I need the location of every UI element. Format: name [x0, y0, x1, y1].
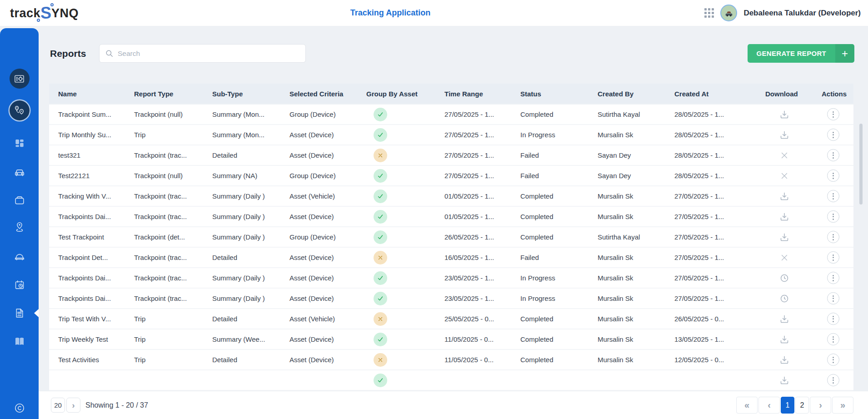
cell-time-range: 23/05/2025 - 1... — [435, 294, 511, 302]
row-actions-kebab-icon[interactable] — [827, 333, 839, 345]
table-row[interactable]: Trip Monthly Su...TripSummary (Mon...Ass… — [49, 125, 853, 145]
table-row[interactable]: Trackpoints Dai...Trackpoint (trac...Sum… — [49, 289, 853, 309]
row-actions-kebab-icon[interactable] — [827, 231, 839, 243]
page-size-expand-button[interactable]: › — [66, 398, 80, 413]
app-title: Tracking Application — [0, 0, 824, 26]
row-actions-kebab-icon[interactable] — [827, 313, 839, 325]
cell-download[interactable] — [756, 211, 813, 222]
plus-icon: + — [835, 44, 854, 63]
cell-actions[interactable] — [813, 333, 853, 345]
sidebar-item-control-panel[interactable] — [10, 69, 30, 89]
sidebar-item-reports[interactable] — [14, 307, 25, 319]
table-row[interactable]: Trackpoint Det...Trackpoint (trac...Deta… — [49, 248, 853, 268]
download-icon[interactable] — [779, 109, 790, 120]
row-actions-kebab-icon[interactable] — [827, 354, 839, 366]
cell-actions[interactable] — [813, 108, 853, 120]
cell-actions[interactable] — [813, 354, 853, 366]
sidebar-item-assets[interactable] — [14, 195, 25, 206]
sidebar-item-vehicles[interactable] — [13, 166, 25, 179]
download-icon[interactable] — [779, 314, 790, 324]
cell-created-by: Mursalin Sk — [589, 131, 665, 139]
cell-actions[interactable] — [813, 313, 853, 325]
cell-time-range: 27/05/2025 - 1... — [435, 110, 511, 118]
cell-name: Trackpoint Sum... — [49, 110, 125, 118]
cell-download[interactable] — [756, 314, 813, 324]
row-actions-kebab-icon[interactable] — [827, 292, 839, 304]
pagination-page-1[interactable]: 1 — [781, 397, 794, 414]
cell-sub-type: Summary (Mon... — [203, 110, 280, 118]
download-icon[interactable] — [779, 211, 790, 222]
sidebar-item-trips[interactable] — [10, 100, 30, 120]
cell-actions[interactable] — [813, 129, 853, 141]
cell-actions[interactable] — [813, 251, 853, 264]
cell-actions[interactable] — [813, 231, 853, 243]
cell-download[interactable] — [756, 232, 813, 243]
table-row[interactable]: Tracking With V...Trackpoint (trac...Sum… — [49, 186, 853, 207]
download-icon[interactable] — [779, 354, 790, 365]
sidebar-item-dashboard[interactable] — [14, 137, 25, 149]
cell-actions[interactable] — [813, 272, 853, 284]
row-actions-kebab-icon[interactable] — [827, 374, 839, 386]
pagination-next-button[interactable]: › — [810, 397, 831, 414]
generate-report-button[interactable]: GENERATE REPORT + — [748, 44, 854, 63]
table-row[interactable]: Test TrackpointTrackpoint (det...Summary… — [49, 227, 853, 248]
page-size-value[interactable]: 20 — [51, 398, 65, 413]
download-icon[interactable] — [779, 130, 790, 140]
cell-download[interactable] — [756, 334, 813, 345]
table-row[interactable]: Test ActivitiesTripDetailedAsset (Device… — [49, 350, 853, 370]
vertical-scrollbar[interactable] — [859, 124, 863, 205]
row-actions-kebab-icon[interactable] — [827, 129, 839, 141]
cell-time-range: 11/05/2025 - 0... — [435, 335, 511, 343]
row-actions-kebab-icon[interactable] — [827, 210, 839, 223]
cell-report-type: Trackpoint (trac... — [125, 254, 203, 261]
row-actions-kebab-icon[interactable] — [827, 272, 839, 284]
cell-created-by: Mursalin Sk — [589, 274, 665, 282]
download-icon[interactable] — [779, 375, 790, 386]
pagination-first-button[interactable]: « — [736, 397, 758, 414]
sidebar-item-locations[interactable] — [14, 221, 25, 233]
cell-actions[interactable] — [813, 210, 853, 223]
cell-download[interactable] — [756, 130, 813, 140]
apps-grid-icon[interactable] — [704, 8, 714, 18]
pagination-prev-button[interactable]: ‹ — [758, 397, 780, 414]
cell-download[interactable] — [756, 375, 813, 386]
check-icon — [374, 108, 387, 121]
table-row[interactable]: test321Trackpoint (trac...DetailedAsset … — [49, 145, 853, 166]
row-actions-kebab-icon[interactable] — [827, 149, 839, 161]
cell-group-by-asset — [357, 251, 435, 264]
cross-icon — [374, 251, 387, 264]
cell-download[interactable] — [756, 109, 813, 120]
cell-actions[interactable] — [813, 190, 853, 202]
row-actions-kebab-icon[interactable] — [827, 251, 839, 264]
pagination-page-2[interactable]: 2 — [795, 397, 809, 414]
table-row[interactable]: Trip Test With V...TripDetailedAsset (Ve… — [49, 309, 853, 329]
user-area: Debaleena Talukdar (Developer) — [704, 0, 861, 26]
download-icon[interactable] — [779, 334, 790, 345]
cell-download[interactable] — [756, 354, 813, 365]
row-actions-kebab-icon[interactable] — [827, 190, 839, 202]
cell-actions[interactable] — [813, 170, 853, 182]
cell-actions[interactable] — [813, 374, 853, 386]
table-row[interactable] — [49, 370, 853, 391]
search-input[interactable] — [118, 50, 300, 58]
table-row[interactable]: Trackpoints Dai...Trackpoint (trac...Sum… — [49, 268, 853, 289]
row-actions-kebab-icon[interactable] — [827, 108, 839, 120]
cell-actions[interactable] — [813, 292, 853, 304]
sidebar-item-guide[interactable] — [13, 335, 25, 348]
cell-actions[interactable] — [813, 149, 853, 161]
sidebar-item-fleet[interactable] — [13, 251, 25, 263]
table-row[interactable]: Trip Weekly TestTripSummary (Wee...Asset… — [49, 329, 853, 350]
download-icon[interactable] — [779, 232, 790, 243]
pagination-last-button[interactable]: » — [832, 397, 853, 414]
cell-download[interactable] — [756, 191, 813, 202]
row-actions-kebab-icon[interactable] — [827, 170, 839, 182]
table-row[interactable]: Trackpoints Dai...Trackpoint (trac...Sum… — [49, 207, 853, 227]
table-row[interactable]: Trackpoint Sum...Trackpoint (null)Summar… — [49, 105, 853, 125]
download-icon[interactable] — [779, 191, 790, 202]
user-name[interactable]: Debaleena Talukdar (Developer) — [743, 9, 861, 18]
cell-group-by-asset — [357, 149, 435, 162]
avatar[interactable] — [720, 5, 737, 21]
sidebar-item-schedule[interactable] — [14, 279, 25, 291]
reports-icon — [14, 307, 25, 319]
table-row[interactable]: Test22121Trackpoint (null)Summary (NA)Gr… — [49, 166, 853, 186]
